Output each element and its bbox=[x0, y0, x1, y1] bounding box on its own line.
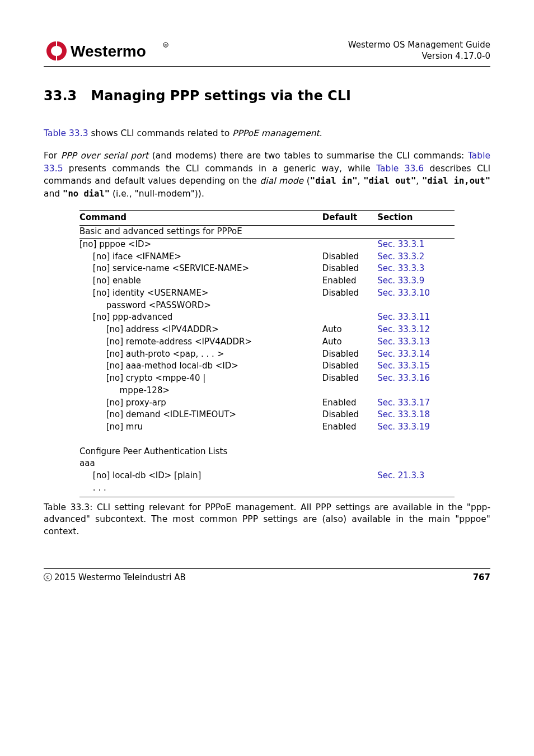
table-row: [no] remote-address <IPV4ADDR>AutoSec. 3… bbox=[79, 336, 455, 348]
th-default: Default bbox=[322, 211, 377, 226]
default-cell bbox=[322, 300, 377, 312]
cmd-cell: password <PASSWORD> bbox=[79, 300, 322, 312]
section-cell[interactable]: Sec. 33.3.2 bbox=[377, 251, 455, 263]
cmd-cell: [no] demand <IDLE-TIMEOUT> bbox=[79, 409, 322, 421]
paragraph-2: For PPP over serial port (and modems) th… bbox=[44, 150, 490, 200]
westermo-logo: Westermo R bbox=[44, 39, 172, 63]
table-row: mppe-128> bbox=[79, 385, 455, 397]
table-row: [no] service-name <SERVICE-NAME>Disabled… bbox=[79, 263, 455, 275]
default-cell: Disabled bbox=[322, 360, 377, 372]
section-cell[interactable]: Sec. 33.3.10 bbox=[377, 287, 455, 300]
section-cell[interactable]: Sec. 33.3.3 bbox=[377, 263, 455, 275]
section-cell[interactable]: Sec. 21.3.3 bbox=[377, 470, 455, 482]
copyright-text: 2015 Westermo Teleindustri AB bbox=[54, 572, 186, 582]
section-cell[interactable]: Sec. 33.3.14 bbox=[377, 348, 455, 361]
cmd-cell: [no] remote-address <IPV4ADDR> bbox=[79, 336, 322, 348]
default-cell: Enabled bbox=[322, 421, 377, 433]
section-number: 33.3 bbox=[44, 88, 77, 104]
doc-title-line2: Version 4.17.0-0 bbox=[348, 50, 490, 62]
section-cell bbox=[377, 433, 455, 446]
default-cell bbox=[322, 482, 377, 497]
table-row: [no] ppp-advancedSec. 33.3.11 bbox=[79, 311, 455, 324]
table-row: aaa bbox=[79, 458, 455, 470]
doc-title-block: Westermo OS Management Guide Version 4.1… bbox=[348, 39, 490, 62]
footer-rule bbox=[44, 568, 490, 569]
default-cell: Enabled bbox=[322, 275, 377, 287]
section-cell bbox=[377, 458, 455, 470]
table-row: password <PASSWORD> bbox=[79, 300, 455, 312]
default-cell bbox=[322, 433, 377, 446]
link-table-33-3[interactable]: Table 33.3 bbox=[44, 128, 88, 138]
table-header-row: Command Default Section bbox=[79, 211, 455, 226]
copyright: c 2015 Westermo Teleindustri AB bbox=[44, 572, 186, 582]
copyright-icon: c bbox=[44, 573, 52, 581]
default-cell bbox=[322, 446, 377, 458]
default-cell bbox=[322, 311, 377, 324]
cmd-cell: [no] aaa-method local-db <ID> bbox=[79, 360, 322, 372]
section-cell[interactable]: Sec. 33.3.12 bbox=[377, 324, 455, 336]
default-cell: Disabled bbox=[322, 348, 377, 361]
table-subheader-cell: Basic and advanced settings for PPPoE bbox=[79, 226, 455, 239]
section-cell[interactable]: Sec. 33.3.1 bbox=[377, 238, 455, 250]
page-number: 767 bbox=[473, 572, 490, 582]
table-subheader-row: Basic and advanced settings for PPPoE bbox=[79, 226, 455, 239]
th-command: Command bbox=[79, 211, 322, 226]
cmd-cell: [no] crypto <mppe-40 | bbox=[79, 372, 322, 385]
table-row: [no] local-db <ID> [plain]Sec. 21.3.3 bbox=[79, 470, 455, 482]
table-row: [no] demand <IDLE-TIMEOUT>DisabledSec. 3… bbox=[79, 409, 455, 421]
cli-command-table: Command Default Section Basic and advanc… bbox=[79, 210, 455, 497]
cmd-cell: [no] enable bbox=[79, 275, 322, 287]
default-cell: Disabled bbox=[322, 372, 377, 385]
table-row bbox=[79, 433, 455, 446]
section-cell[interactable]: Sec. 33.3.9 bbox=[377, 275, 455, 287]
table-row: [no] aaa-method local-db <ID>DisabledSec… bbox=[79, 360, 455, 372]
cmd-cell: [no] iface <IFNAME> bbox=[79, 251, 322, 263]
default-cell: Disabled bbox=[322, 409, 377, 421]
default-cell: Disabled bbox=[322, 251, 377, 263]
section-cell[interactable]: Sec. 33.3.19 bbox=[377, 421, 455, 433]
cmd-cell: . . . bbox=[79, 482, 322, 497]
cmd-cell: aaa bbox=[79, 458, 322, 470]
section-cell[interactable]: Sec. 33.3.18 bbox=[377, 409, 455, 421]
cmd-cell: [no] address <IPV4ADDR> bbox=[79, 324, 322, 336]
section-cell[interactable]: Sec. 33.3.16 bbox=[377, 372, 455, 385]
default-cell: Auto bbox=[322, 336, 377, 348]
doc-title-line1: Westermo OS Management Guide bbox=[348, 39, 490, 50]
section-cell[interactable]: Sec. 33.3.17 bbox=[377, 397, 455, 409]
cmd-cell: [no] service-name <SERVICE-NAME> bbox=[79, 263, 322, 275]
table-row: [no] pppoe <ID>Sec. 33.3.1 bbox=[79, 238, 455, 250]
cmd-cell: mppe-128> bbox=[79, 385, 322, 397]
table-row: [no] crypto <mppe-40 |DisabledSec. 33.3.… bbox=[79, 372, 455, 385]
section-heading: 33.3 Managing PPP settings via the CLI bbox=[44, 88, 490, 104]
default-cell bbox=[322, 458, 377, 470]
section-cell bbox=[377, 446, 455, 458]
th-section: Section bbox=[377, 211, 455, 226]
page-footer: c 2015 Westermo Teleindustri AB 767 bbox=[44, 572, 490, 582]
header-rule bbox=[44, 66, 490, 67]
section-cell bbox=[377, 482, 455, 497]
svg-text:Westermo: Westermo bbox=[71, 43, 146, 60]
section-cell[interactable]: Sec. 33.3.11 bbox=[377, 311, 455, 324]
cmd-cell: [no] local-db <ID> [plain] bbox=[79, 470, 322, 482]
section-cell[interactable]: Sec. 33.3.13 bbox=[377, 336, 455, 348]
page-header: Westermo R Westermo OS Management Guide … bbox=[44, 39, 490, 63]
default-cell: Enabled bbox=[322, 397, 377, 409]
default-cell bbox=[322, 238, 377, 250]
cmd-cell: [no] auth-proto <pap, . . . > bbox=[79, 348, 322, 361]
cmd-cell: [no] pppoe <ID> bbox=[79, 238, 322, 250]
cmd-cell: Configure Peer Authentication Lists bbox=[79, 446, 322, 458]
table-caption: Table 33.3: CLI setting relevant for PPP… bbox=[44, 502, 490, 538]
default-cell bbox=[322, 385, 377, 397]
cmd-cell: [no] ppp-advanced bbox=[79, 311, 322, 324]
default-cell: Disabled bbox=[322, 287, 377, 300]
table-row: [no] auth-proto <pap, . . . >DisabledSec… bbox=[79, 348, 455, 361]
table-row: [no] address <IPV4ADDR>AutoSec. 33.3.12 bbox=[79, 324, 455, 336]
table-row: . . . bbox=[79, 482, 455, 497]
paragraph-1: Table 33.3 shows CLI commands related to… bbox=[44, 127, 490, 139]
default-cell: Auto bbox=[322, 324, 377, 336]
table-row: [no] proxy-arpEnabledSec. 33.3.17 bbox=[79, 397, 455, 409]
cmd-cell: [no] proxy-arp bbox=[79, 397, 322, 409]
table-row: [no] enableEnabledSec. 33.3.9 bbox=[79, 275, 455, 287]
section-cell[interactable]: Sec. 33.3.15 bbox=[377, 360, 455, 372]
link-table-33-6[interactable]: Table 33.6 bbox=[376, 164, 424, 174]
